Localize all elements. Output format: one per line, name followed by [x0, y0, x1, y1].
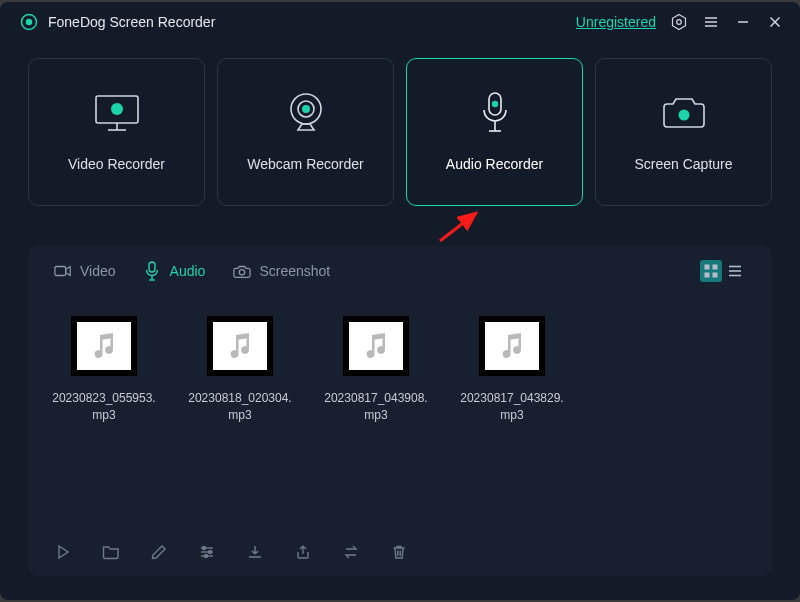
- mode-webcam-recorder[interactable]: Webcam Recorder: [217, 58, 394, 206]
- titlebar-right: Unregistered: [576, 13, 784, 31]
- svg-rect-31: [713, 273, 718, 278]
- titlebar: FoneDog Screen Recorder Unregistered: [0, 2, 800, 42]
- sliders-icon[interactable]: [198, 543, 216, 561]
- audio-thumb: [71, 316, 137, 376]
- mode-video-recorder[interactable]: Video Recorder: [28, 58, 205, 206]
- svg-point-1: [26, 19, 32, 25]
- mode-label: Video Recorder: [68, 156, 165, 172]
- music-note-icon: [498, 332, 526, 360]
- file-name: 20230817_043829.mp3: [458, 390, 566, 424]
- microphone-icon: [144, 262, 162, 280]
- svg-point-3: [677, 20, 682, 25]
- camera-icon: [661, 92, 707, 132]
- mode-screen-capture[interactable]: Screen Capture: [595, 58, 772, 206]
- audio-thumb: [479, 316, 545, 376]
- video-camera-icon: [54, 262, 72, 280]
- view-toggle-group: [700, 260, 746, 282]
- svg-point-40: [205, 555, 208, 558]
- mode-label: Screen Capture: [634, 156, 732, 172]
- svg-rect-23: [55, 267, 66, 276]
- unregistered-link[interactable]: Unregistered: [576, 14, 656, 30]
- app-title: FoneDog Screen Recorder: [48, 14, 215, 30]
- svg-point-16: [302, 105, 310, 113]
- library-tabs: Video Audio Screenshot: [28, 246, 772, 296]
- file-item[interactable]: 20230823_055953.mp3: [50, 316, 158, 424]
- music-note-icon: [226, 332, 254, 360]
- edit-icon[interactable]: [150, 543, 168, 561]
- convert-icon[interactable]: [342, 543, 360, 561]
- microphone-icon: [479, 92, 511, 132]
- menu-icon[interactable]: [702, 13, 720, 31]
- audio-thumb: [207, 316, 273, 376]
- grid-view-icon[interactable]: [700, 260, 722, 282]
- audio-thumb: [343, 316, 409, 376]
- svg-rect-28: [705, 265, 710, 270]
- folder-icon[interactable]: [102, 543, 120, 561]
- music-note-icon: [362, 332, 390, 360]
- settings-icon[interactable]: [670, 13, 688, 31]
- file-name: 20230817_043908.mp3: [322, 390, 430, 424]
- svg-line-22: [440, 213, 476, 241]
- tab-audio[interactable]: Audio: [144, 262, 206, 280]
- tab-video[interactable]: Video: [54, 262, 116, 280]
- list-view-icon[interactable]: [724, 260, 746, 282]
- tab-label: Video: [80, 263, 116, 279]
- svg-point-27: [240, 270, 245, 275]
- trash-icon[interactable]: [390, 543, 408, 561]
- share-icon[interactable]: [294, 543, 312, 561]
- file-item[interactable]: 20230818_020304.mp3: [186, 316, 294, 424]
- file-grid: 20230823_055953.mp3 20230818_020304.mp3 …: [28, 296, 772, 434]
- svg-point-13: [111, 103, 123, 115]
- svg-rect-29: [713, 265, 718, 270]
- tab-screenshot[interactable]: Screenshot: [233, 262, 330, 280]
- mode-label: Webcam Recorder: [247, 156, 363, 172]
- svg-point-38: [203, 547, 206, 550]
- logo-icon: [20, 13, 38, 31]
- music-note-icon: [90, 332, 118, 360]
- monitor-icon: [94, 92, 140, 132]
- svg-point-21: [678, 110, 689, 121]
- svg-marker-2: [673, 15, 686, 30]
- close-icon[interactable]: [766, 13, 784, 31]
- mode-label: Audio Recorder: [446, 156, 543, 172]
- file-item[interactable]: 20230817_043829.mp3: [458, 316, 566, 424]
- mode-audio-recorder[interactable]: Audio Recorder: [406, 58, 583, 206]
- import-icon[interactable]: [246, 543, 264, 561]
- tab-label: Audio: [170, 263, 206, 279]
- webcam-icon: [285, 92, 327, 132]
- svg-rect-30: [705, 273, 710, 278]
- minimize-icon[interactable]: [734, 13, 752, 31]
- camera-icon: [233, 262, 251, 280]
- library-panel: Video Audio Screenshot: [28, 246, 772, 576]
- file-item[interactable]: 20230817_043908.mp3: [322, 316, 430, 424]
- svg-point-39: [209, 551, 212, 554]
- tab-label: Screenshot: [259, 263, 330, 279]
- app-window: FoneDog Screen Recorder Unregistered Vid…: [0, 2, 800, 600]
- file-name: 20230823_055953.mp3: [50, 390, 158, 424]
- play-icon[interactable]: [54, 543, 72, 561]
- svg-rect-24: [149, 262, 155, 272]
- file-name: 20230818_020304.mp3: [186, 390, 294, 424]
- modes-row: Video Recorder Webcam Recorder Audio Rec…: [0, 42, 800, 216]
- svg-point-20: [491, 101, 497, 107]
- library-toolbar: [28, 528, 772, 576]
